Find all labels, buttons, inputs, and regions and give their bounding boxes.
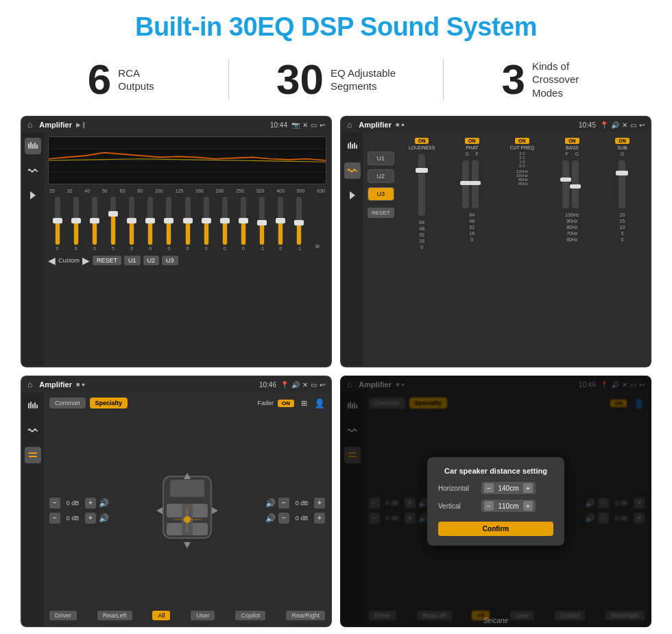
plus-top-left[interactable]: + — [85, 498, 96, 509]
screen4-wrapper: ⌂ Amplifier ■ ● 10:46 📍 🔊 ✕ ▭ ↩ — [340, 376, 651, 627]
name-phat: PHAT — [466, 145, 478, 150]
slider-phat[interactable] — [462, 160, 481, 208]
home-icon-3[interactable]: ⌂ — [27, 380, 32, 389]
screen2-content: U1 U2 U3 RESET ON LOUDNESS — [341, 132, 650, 366]
sidebar-arrow-icon[interactable] — [25, 187, 41, 204]
dialog-vertical-minus[interactable]: − — [484, 501, 494, 511]
eq-slider-11[interactable]: 0 — [241, 197, 246, 251]
minus-bottom-left[interactable]: − — [49, 513, 60, 524]
sidebar-eq-icon-2[interactable] — [344, 138, 361, 154]
dialog-horizontal-input: − 140cm + — [481, 482, 536, 494]
back-icon-3[interactable]: ↩ — [320, 381, 325, 389]
eq-slider-3[interactable]: 0 — [92, 197, 97, 251]
app-name-2: Amplifier — [359, 121, 392, 129]
eq-slider-4[interactable]: 5 — [110, 197, 116, 251]
back-icon-1[interactable]: ↩ — [320, 121, 325, 129]
close-icon-2[interactable]: ✕ — [622, 121, 627, 129]
crossover-main-content: U1 U2 U3 RESET ON LOUDNESS — [363, 132, 650, 366]
close-icon-1[interactable]: ✕ — [302, 121, 308, 129]
eq-slider-2[interactable]: 0 — [73, 197, 79, 251]
dialog-horizontal-minus[interactable]: − — [484, 483, 494, 493]
close-icon-3[interactable]: ✕ — [302, 381, 308, 389]
eq-slider-5[interactable]: 0 — [129, 197, 134, 251]
eq-slider-8[interactable]: 0 — [185, 197, 191, 251]
home-icon-2[interactable]: ⌂ — [347, 120, 352, 130]
sidebar-arrow-icon-2[interactable] — [344, 187, 361, 204]
reset-btn-1[interactable]: RESET — [93, 256, 121, 265]
back-icon-2[interactable]: ↩ — [639, 121, 645, 129]
sidebar-2 — [341, 132, 363, 366]
toggle-phat[interactable]: ON — [465, 138, 479, 144]
btn-rearright[interactable]: RearRight — [286, 611, 325, 620]
u3-btn[interactable]: U3 — [162, 256, 178, 265]
slider-loudness[interactable] — [418, 154, 425, 216]
vol-icon-2[interactable]: 🔊 — [611, 121, 619, 129]
status-bar-2: ⌂ Amplifier ■ ● 10:45 📍 🔊 ✕ ▭ ↩ — [341, 117, 650, 132]
eq-slider-9[interactable]: 0 — [204, 197, 209, 251]
fader-on[interactable]: ON — [278, 400, 294, 407]
btn-all[interactable]: All — [152, 611, 170, 620]
home-icon-1[interactable]: ⌂ — [27, 120, 32, 130]
slider-bass[interactable] — [562, 160, 581, 208]
toggle-loudness[interactable]: ON — [415, 138, 429, 144]
slider-sub[interactable] — [619, 160, 625, 208]
user-profile-icon[interactable]: 👤 — [314, 398, 325, 409]
prev-arrow[interactable]: ◀ — [48, 255, 56, 266]
eq-slider-7[interactable]: 0 — [166, 197, 171, 251]
tab-common[interactable]: Common — [49, 398, 86, 409]
cross-phat: ON PHAT G F — [448, 138, 496, 249]
preset-u3[interactable]: U3 — [368, 187, 394, 201]
preset-u2[interactable]: U2 — [368, 169, 394, 183]
dialog-overlay: Car speaker distance setting Horizontal … — [340, 376, 651, 627]
toggle-sub[interactable]: ON — [615, 138, 629, 144]
dialog-vertical-plus[interactable]: + — [523, 501, 533, 511]
btn-copilot[interactable]: Copilot — [235, 611, 265, 620]
eq-slider-1[interactable]: 0 — [55, 197, 60, 251]
next-arrow[interactable]: ▶ — [82, 255, 90, 266]
toggle-bass[interactable]: ON — [565, 138, 579, 144]
svg-rect-13 — [354, 143, 355, 149]
plus-bottom-right[interactable]: + — [314, 513, 325, 524]
sidebar-arrow-icon-3[interactable] — [25, 447, 41, 463]
eq-slider-12[interactable]: -1 — [259, 197, 265, 251]
dialog-horizontal-plus[interactable]: + — [523, 483, 533, 493]
camera-icon-1: 📷 — [291, 121, 300, 129]
confirm-button[interactable]: Confirm — [438, 522, 553, 536]
sidebar-eq-icon[interactable] — [25, 138, 41, 154]
eq-slider-13[interactable]: 0 — [278, 197, 283, 251]
crossover-channels: ON LOUDNESS 64 48 32 16 0 — [398, 138, 646, 361]
speaker-bottom-left: 🔊 — [99, 513, 109, 523]
plus-top-right[interactable]: + — [314, 498, 325, 509]
eq-slider-6[interactable]: 0 — [147, 197, 153, 251]
status-bar-1: ⌂ Amplifier ▶ ‖ 10:44 📷 ✕ ▭ ↩ — [22, 117, 331, 132]
svg-rect-20 — [36, 404, 38, 409]
btn-rearleft[interactable]: RearLeft — [97, 611, 132, 620]
plus-bottom-left[interactable]: + — [85, 513, 96, 524]
sidebar-wave-icon-2[interactable] — [344, 162, 361, 179]
status-icons-3: 📍 🔊 ✕ ▭ ↩ — [280, 381, 325, 389]
sidebar-eq-icon-3[interactable] — [25, 398, 41, 414]
btn-user[interactable]: User — [191, 611, 215, 620]
window-icon-3[interactable]: ▭ — [311, 381, 317, 389]
reset-btn-2[interactable]: RESET — [368, 208, 394, 218]
sidebar-wave-icon-3[interactable] — [25, 422, 41, 439]
btn-driver[interactable]: Driver — [49, 611, 77, 620]
eq-slider-10[interactable]: 0 — [222, 197, 228, 251]
sidebar-wave-icon[interactable] — [25, 162, 41, 179]
vol-icon-3[interactable]: 🔊 — [291, 381, 300, 389]
u1-btn[interactable]: U1 — [124, 256, 141, 265]
status-icons-1: 📷 ✕ ▭ ↩ — [291, 121, 325, 129]
screen1-content: 253240506380100125160200250320400500630 … — [22, 132, 331, 366]
minus-top-left[interactable]: − — [49, 498, 60, 509]
preset-u1[interactable]: U1 — [368, 151, 394, 165]
minus-bottom-right[interactable]: − — [278, 513, 289, 524]
eq-slider-14[interactable]: -1 — [296, 197, 302, 251]
tab-specialty[interactable]: Specialty — [90, 398, 128, 409]
screens-grid: ⌂ Amplifier ▶ ‖ 10:44 📷 ✕ ▭ ↩ — [21, 116, 651, 627]
window-icon-1[interactable]: ▭ — [311, 121, 317, 129]
minus-top-right[interactable]: − — [278, 498, 289, 509]
cross-loudness: ON LOUDNESS 64 48 32 16 0 — [398, 138, 446, 249]
window-icon-2[interactable]: ▭ — [630, 121, 636, 129]
u2-btn[interactable]: U2 — [143, 256, 160, 265]
toggle-cutfreq[interactable]: ON — [515, 138, 529, 144]
